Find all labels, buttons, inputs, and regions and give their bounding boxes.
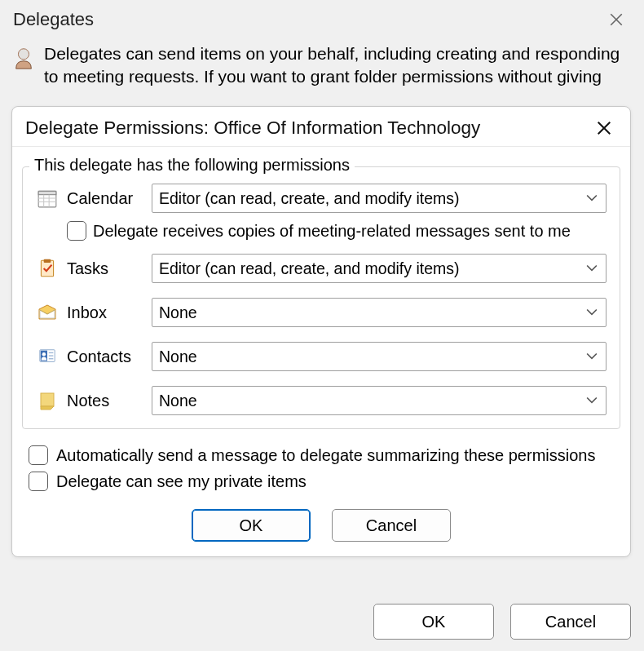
- svg-rect-13: [44, 259, 51, 263]
- chevron-down-icon: [586, 194, 598, 202]
- auto-summary-checkbox[interactable]: [29, 445, 48, 465]
- inner-ok-label: OK: [240, 516, 263, 535]
- svg-rect-12: [41, 260, 53, 277]
- delegates-window: Delegates Delegates can send items on yo…: [0, 0, 644, 651]
- tasks-label: Tasks: [67, 259, 152, 278]
- outer-window-title: Delegates: [13, 9, 94, 30]
- outer-cancel-button[interactable]: Cancel: [510, 604, 631, 640]
- notes-label: Notes: [67, 392, 152, 410]
- contacts-permission-value: None: [159, 348, 197, 366]
- svg-rect-6: [38, 191, 56, 194]
- permissions-groupbox: This delegate has the following permissi…: [22, 166, 620, 429]
- chevron-down-icon: [586, 396, 598, 405]
- inner-close-button[interactable]: [593, 117, 615, 140]
- calendar-permission-select[interactable]: Editor (can read, create, and modify ite…: [152, 184, 607, 213]
- outer-button-row: OK Cancel: [373, 604, 631, 640]
- tasks-permission-value: Editor (can read, create, and modify ite…: [159, 259, 460, 278]
- inner-cancel-label: Cancel: [366, 516, 417, 535]
- outer-body: Delegates can send items on your behalf,…: [0, 36, 644, 89]
- calendar-icon: [36, 187, 59, 210]
- delegate-head-icon: [11, 46, 36, 70]
- extra-checkbox-block: Automatically send a message to delegate…: [12, 429, 630, 499]
- meeting-copies-label: Delegate receives copies of meeting-rela…: [93, 222, 571, 241]
- chevron-down-icon: [586, 352, 598, 361]
- inbox-icon: [36, 301, 59, 324]
- private-items-checkbox[interactable]: [29, 472, 48, 491]
- close-icon: [597, 121, 611, 135]
- meeting-copies-checkbox[interactable]: [67, 221, 86, 241]
- outer-ok-button[interactable]: OK: [373, 604, 494, 640]
- inbox-permission-value: None: [159, 303, 197, 322]
- inner-ok-button[interactable]: OK: [192, 509, 311, 542]
- groupbox-legend: This delegate has the following permissi…: [29, 156, 355, 175]
- inner-button-row: OK Cancel: [12, 499, 630, 550]
- svg-rect-20: [41, 393, 54, 406]
- tasks-icon: [36, 257, 59, 280]
- svg-point-16: [42, 352, 46, 356]
- inner-dialog-title: Delegate Permissions: Office Of Informat…: [25, 117, 480, 139]
- chevron-down-icon: [586, 308, 598, 317]
- contacts-icon: [36, 345, 59, 368]
- notes-permission-value: None: [159, 392, 197, 410]
- private-items-label: Delegate can see my private items: [56, 472, 307, 491]
- meeting-copies-row[interactable]: Delegate receives copies of meeting-rela…: [67, 218, 607, 249]
- private-items-row[interactable]: Delegate can see my private items: [29, 468, 614, 494]
- inner-cancel-button[interactable]: Cancel: [332, 509, 451, 542]
- svg-point-2: [18, 49, 29, 60]
- outer-ok-label: OK: [422, 613, 446, 631]
- auto-summary-row[interactable]: Automatically send a message to delegate…: [29, 442, 614, 468]
- chevron-down-icon: [586, 264, 598, 272]
- outer-description: Delegates can send items on your behalf,…: [44, 42, 633, 89]
- inner-titlebar: Delegate Permissions: Office Of Informat…: [12, 107, 630, 147]
- notes-permission-select[interactable]: None: [152, 386, 607, 415]
- outer-titlebar: Delegates: [0, 0, 644, 36]
- notes-icon: [36, 389, 59, 412]
- calendar-permission-value: Editor (can read, create, and modify ite…: [159, 189, 460, 208]
- contacts-permission-select[interactable]: None: [152, 342, 607, 371]
- inbox-permission-select[interactable]: None: [152, 298, 607, 327]
- close-icon: [609, 12, 624, 27]
- calendar-label: Calendar: [67, 189, 152, 208]
- auto-summary-label: Automatically send a message to delegate…: [56, 446, 595, 465]
- contacts-label: Contacts: [67, 348, 152, 366]
- tasks-permission-select[interactable]: Editor (can read, create, and modify ite…: [152, 254, 607, 283]
- outer-cancel-label: Cancel: [545, 613, 596, 631]
- outer-close-button[interactable]: [600, 7, 633, 33]
- inbox-label: Inbox: [67, 303, 152, 322]
- delegate-permissions-dialog: Delegate Permissions: Office Of Informat…: [11, 106, 631, 557]
